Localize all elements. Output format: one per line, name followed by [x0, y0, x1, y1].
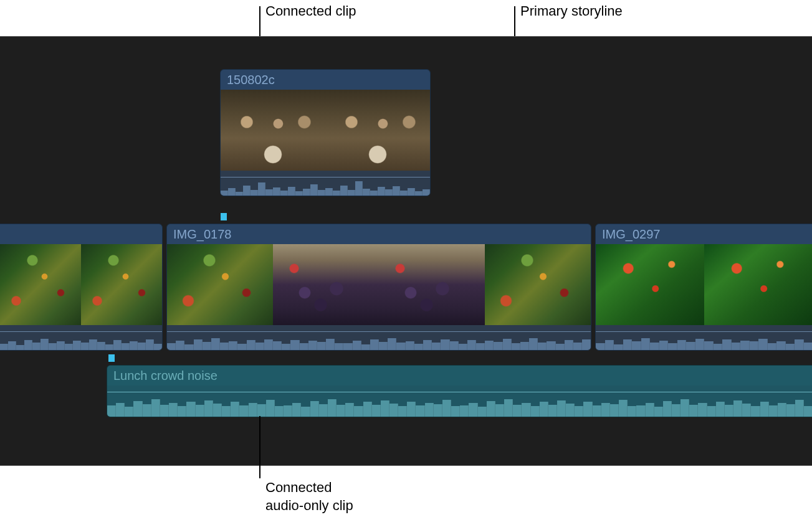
- clip-audio-waveform: [167, 325, 591, 350]
- primary-clip-center[interactable]: IMG_0178: [166, 224, 591, 351]
- connection-marker-bottom: [108, 354, 115, 362]
- clip-title: IMG_0178: [167, 224, 591, 244]
- clip-audio-waveform: [596, 325, 812, 350]
- clip-title: 150802c: [221, 70, 430, 90]
- annotation-connected-clip: Connected clip: [265, 2, 356, 21]
- timeline-canvas[interactable]: 150802c: [0, 36, 812, 466]
- connected-video-clip[interactable]: 150802c: [220, 69, 431, 196]
- leader-line-audio-clip: [259, 416, 260, 478]
- connection-marker-top: [221, 213, 227, 220]
- audio-only-clip[interactable]: Lunch crowd noise: [107, 365, 812, 417]
- annotation-line-2: audio-only clip: [265, 498, 353, 513]
- primary-clip-right[interactable]: IMG_0297: [595, 224, 812, 351]
- clip-audio-waveform: [221, 171, 430, 196]
- clip-audio-waveform: [0, 325, 162, 350]
- annotation-audio-only-clip: Connected audio-only clip: [265, 479, 353, 514]
- clip-filmstrip: [167, 244, 591, 325]
- clip-title: [0, 224, 162, 244]
- clip-filmstrip: [0, 244, 162, 325]
- annotation-primary-storyline: Primary storyline: [520, 2, 623, 21]
- clip-audio-waveform: [107, 386, 812, 417]
- clip-filmstrip: [221, 90, 430, 171]
- clip-title: Lunch crowd noise: [107, 366, 812, 386]
- primary-clip-left[interactable]: [0, 224, 163, 351]
- annotation-line-1: Connected: [265, 480, 332, 495]
- clip-title: IMG_0297: [596, 224, 812, 244]
- clip-filmstrip: [596, 244, 812, 325]
